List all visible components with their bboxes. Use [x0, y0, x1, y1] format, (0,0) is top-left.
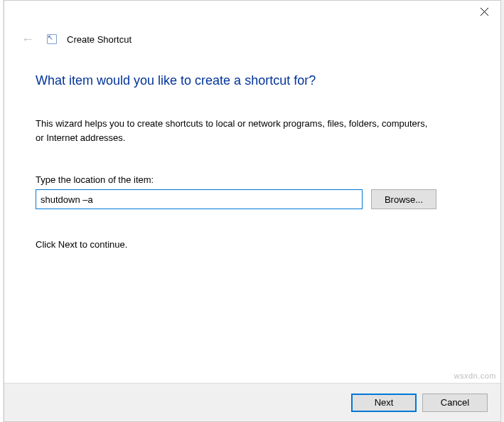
watermark-text: wsxdn.com	[454, 371, 496, 380]
intro-text: This wizard helps you to create shortcut…	[36, 117, 434, 144]
location-row: Browse...	[36, 189, 472, 209]
close-button[interactable]	[468, 1, 500, 22]
page-heading: What item would you like to create a sho…	[36, 73, 472, 88]
shortcut-icon	[47, 34, 57, 44]
wizard-header: ← Create Shortcut	[4, 23, 500, 52]
wizard-footer: Next Cancel	[4, 383, 500, 421]
browse-button[interactable]: Browse...	[371, 189, 436, 209]
titlebar	[4, 1, 500, 23]
close-icon	[481, 8, 488, 16]
continue-hint: Click Next to continue.	[36, 239, 472, 250]
location-label: Type the location of the item:	[36, 174, 472, 185]
wizard-content: What item would you like to create a sho…	[4, 52, 500, 250]
next-button[interactable]: Next	[351, 394, 417, 412]
back-arrow-icon: ←	[18, 30, 37, 48]
wizard-title: Create Shortcut	[67, 34, 132, 45]
cancel-button[interactable]: Cancel	[422, 394, 488, 412]
location-input[interactable]	[36, 189, 363, 209]
create-shortcut-window: ← Create Shortcut What item would you li…	[4, 0, 501, 422]
